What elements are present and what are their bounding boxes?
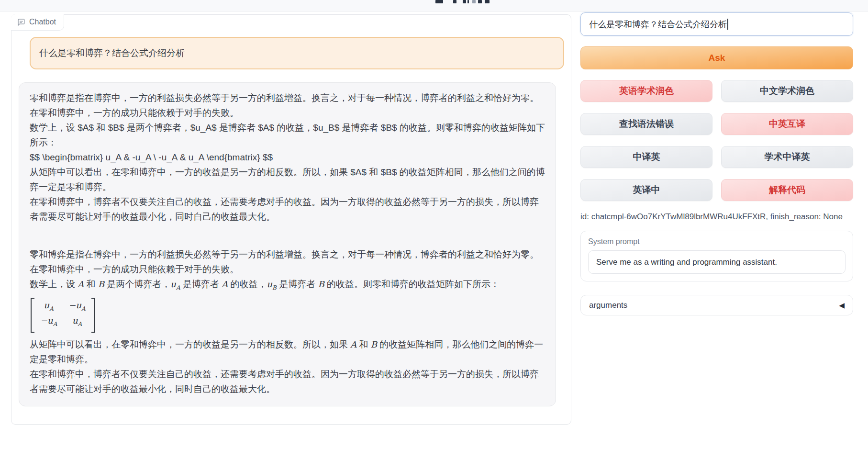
query-input-value: 什么是零和博弈？结合公式介绍分析 [589,19,727,30]
math-var: B [371,339,377,349]
query-input[interactable]: 什么是零和博弈？结合公式介绍分析 [580,12,853,36]
system-prompt-card: System prompt Serve me as a writing and … [580,231,853,281]
btn-en-to-zh[interactable]: 英译中 [580,179,712,201]
right-control-column: 什么是零和博弈？结合公式介绍分析 Ask 英语学术润色 中文学术润色 查找语法错… [580,12,853,315]
btn-explain-code[interactable]: 解释代码 [721,179,853,201]
user-message-text: 什么是零和博弈？结合公式介绍分析 [39,48,185,58]
bot-paragraph-rendered-5: 在零和博弈中，博弈者不仅要关注自己的收益，还需要考虑对手的收益。因为一方取得的收… [30,367,545,396]
chatbot-panel-label-text: Chatbot [29,18,56,26]
bot-paragraph-raw-4: 从矩阵中可以看出，在零和博弈中，一方的收益是另一方的相反数。所以，如果 $A$ … [30,165,545,194]
clipped-title-fragment [485,0,490,3]
arguments-accordion[interactable]: arguments ◀ [580,295,853,315]
math-var: A [350,339,356,349]
response-status-line: id: chatcmpl-6wOo7KrYTwMl89lbrMWRu4UkFFX… [580,212,853,222]
clipped-title-fragment [478,0,482,3]
math-var: uA [170,279,180,289]
clipped-title-fragment [453,0,456,3]
clipped-title-fragment [435,0,443,3]
chatbot-panel-label: Chatbot [11,14,64,31]
btn-zh-en-mutual-translate[interactable]: 中英互译 [721,113,853,135]
rendered-payoff-matrix: uA −uA −uA uA [31,298,95,333]
clipped-title-fragment [463,0,466,3]
btn-zh-to-en[interactable]: 中译英 [580,146,712,168]
message-gap [30,224,545,247]
matrix-left-bracket [31,298,34,333]
top-header-strip [0,0,868,12]
quick-action-grid: 英语学术润色 中文学术润色 查找语法错误 中英互译 中译英 学术中译英 英译中 … [580,80,853,201]
matrix-cell: −uA [40,314,57,330]
accordion-collapse-icon: ◀ [839,301,845,310]
text-caret [727,19,728,30]
bot-latex-source-line: $$ \begin{bmatrix} u_A & -u_A \ -u_A & u… [30,150,545,165]
clipped-title-fragment [467,0,469,3]
btn-chinese-academic-polish[interactable]: 中文学术润色 [721,80,853,102]
bot-paragraph-rendered-1: 零和博弈是指在博弈中，一方的利益损失必然等于另一方的利益增益。换言之，对于每一种… [30,247,545,277]
chat-bubble-icon [17,18,25,26]
bot-paragraph-raw-1: 零和博弈是指在博弈中，一方的利益损失必然等于另一方的利益增益。换言之，对于每一种… [30,90,545,120]
btn-academic-zh-to-en[interactable]: 学术中译英 [721,146,853,168]
math-var: A [222,279,228,289]
math-var: B [98,279,104,289]
matrix-cell: −uA [68,299,85,315]
clipped-title-fragment [472,0,476,3]
chat-message-list[interactable]: 什么是零和博弈？结合公式介绍分析 零和博弈是指在博弈中，一方的利益损失必然等于另… [11,15,571,424]
system-prompt-input[interactable]: Serve me as a writing and programming as… [588,250,846,274]
system-prompt-label: System prompt [588,237,846,246]
math-var: uB [267,279,276,289]
matrix-cell: uA [40,299,57,315]
arguments-accordion-label: arguments [589,301,627,310]
bot-message-bubble: 零和博弈是指在博弈中，一方的利益损失必然等于另一方的利益增益。换言之，对于每一种… [19,82,556,406]
bot-paragraph-raw-5: 在零和博弈中，博弈者不仅要关注自己的收益，还需要考虑对手的收益。因为一方取得的收… [30,194,545,224]
bot-paragraph-rendered-4: 从矩阵中可以看出，在零和博弈中，一方的收益是另一方的相反数。所以，如果 A 和 … [30,337,545,367]
btn-find-grammar-errors[interactable]: 查找语法错误 [580,113,712,135]
bot-paragraph-raw-2: 数学上，设 $A$ 和 $B$ 是两个博弈者，$u_A$ 是博弈者 $A$ 的收… [30,120,545,150]
bot-paragraph-rendered-2: 数学上，设 A 和 B 是两个博弈者，uA 是博弈者 A 的收益，uB 是博弈者… [30,277,545,295]
btn-english-academic-polish[interactable]: 英语学术润色 [580,80,712,102]
math-var: A [78,279,84,289]
system-prompt-value: Serve me as a writing and programming as… [596,258,777,267]
math-var: B [318,279,324,289]
user-message-bubble: 什么是零和博弈？结合公式介绍分析 [30,37,564,69]
chatbot-panel: Chatbot 什么是零和博弈？结合公式介绍分析 零和博弈是指在博弈中，一方的利… [11,14,571,425]
matrix-cell: uA [68,314,85,330]
ask-button[interactable]: Ask [580,46,853,69]
matrix-right-bracket [91,298,95,333]
